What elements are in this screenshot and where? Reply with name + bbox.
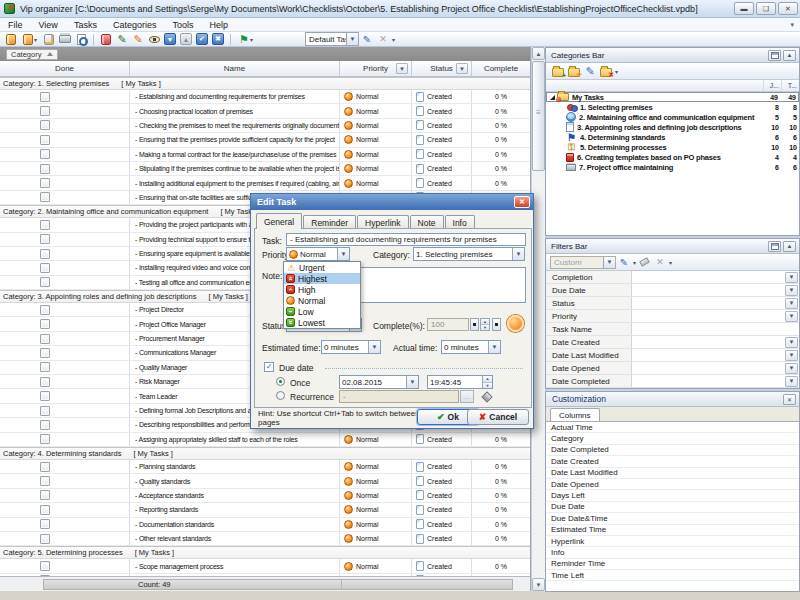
- filters-toolbar-overflow-icon[interactable]: ▾: [669, 259, 672, 266]
- dropdown-icon[interactable]: ▼: [785, 285, 798, 296]
- chevron-down-icon[interactable]: ▼: [603, 257, 615, 268]
- float-panel-icon[interactable]: [768, 241, 781, 252]
- tab-hyperlink[interactable]: Hyperlink: [357, 215, 408, 229]
- priority-option-high[interactable]: High: [284, 284, 360, 295]
- task-checkbox[interactable]: [40, 178, 50, 188]
- column-item[interactable]: Date Completed: [546, 445, 799, 456]
- filter-value[interactable]: ▼: [632, 297, 799, 309]
- tab-info[interactable]: Info: [445, 215, 475, 229]
- column-name[interactable]: Name: [130, 61, 340, 76]
- due-time-spinner[interactable]: 19:45:45 ▲▼: [427, 375, 493, 389]
- close-panel-icon[interactable]: ✕: [783, 394, 796, 405]
- column-item[interactable]: Info: [546, 547, 799, 558]
- delete-filter-icon[interactable]: ✕: [652, 255, 668, 269]
- new-task-icon[interactable]: [3, 32, 19, 46]
- column-item[interactable]: Hyperlink: [546, 536, 799, 547]
- cancel-button[interactable]: ✘Cancel: [467, 409, 529, 425]
- tree-item-my-tasks[interactable]: My Tasks 49 49: [546, 92, 799, 102]
- categories-toolbar-overflow-icon[interactable]: ▾: [615, 68, 618, 75]
- priority-option-lowest[interactable]: Lowest: [284, 317, 360, 328]
- view-notes-icon[interactable]: [146, 32, 162, 46]
- due-date-combo[interactable]: 02.08.2015 ▼: [339, 375, 419, 389]
- new-subtask-icon[interactable]: ▾: [19, 32, 41, 46]
- status-filter-icon[interactable]: ▼: [456, 63, 468, 74]
- delete-category-icon[interactable]: ✕: [598, 64, 614, 78]
- priority-option-urgent[interactable]: Urgent: [284, 262, 360, 273]
- task-checkbox[interactable]: [40, 462, 50, 472]
- column-item[interactable]: Estimated Time: [546, 525, 799, 536]
- edit-category-icon[interactable]: ✎: [582, 64, 598, 78]
- dropdown-icon[interactable]: ▼: [785, 272, 798, 283]
- dropdown-icon[interactable]: ▼: [785, 298, 798, 309]
- print-preview-icon[interactable]: [73, 32, 89, 46]
- task-checkbox[interactable]: [40, 220, 50, 230]
- column-priority[interactable]: Priority▼: [340, 61, 412, 76]
- tree-item-category[interactable]: ⚿5. Determining processes1010: [546, 142, 799, 152]
- task-checkbox[interactable]: [40, 192, 50, 202]
- chevron-down-icon[interactable]: ▼: [368, 341, 380, 353]
- task-checkbox[interactable]: [40, 561, 50, 571]
- once-radio[interactable]: [276, 377, 285, 386]
- apply-template-icon[interactable]: ✎: [359, 32, 375, 46]
- column-item[interactable]: Due Date&Time: [546, 513, 799, 524]
- remove-template-icon[interactable]: ✕: [375, 32, 391, 46]
- task-checkbox[interactable]: [40, 277, 50, 287]
- estimated-time-combo[interactable]: 0 minutes ▼: [321, 340, 381, 354]
- filter-value[interactable]: [632, 323, 799, 335]
- task-checkbox[interactable]: [40, 149, 50, 159]
- task-checkbox[interactable]: [40, 234, 50, 244]
- menu-categories[interactable]: Categories: [105, 20, 165, 30]
- scroll-down-icon[interactable]: ▼: [532, 578, 545, 591]
- task-checkbox[interactable]: [40, 305, 50, 315]
- mark-complete-icon[interactable]: ✔: [194, 32, 210, 46]
- tree-item-category[interactable]: 6. Creating templates based on PO phases…: [546, 152, 799, 162]
- task-checkbox[interactable]: [40, 420, 50, 430]
- delete-task-icon[interactable]: [98, 32, 114, 46]
- scroll-up-icon[interactable]: ▲: [532, 47, 545, 60]
- chevron-down-icon[interactable]: ▼: [406, 376, 418, 388]
- clear-filter-icon[interactable]: [636, 255, 652, 269]
- expander-icon[interactable]: [550, 95, 555, 100]
- track-state-icon[interactable]: ⚑▾: [235, 32, 257, 46]
- task-checkbox[interactable]: [40, 120, 50, 130]
- collapse-panel-icon[interactable]: ▲: [783, 50, 796, 61]
- recurrence-input[interactable]: -: [339, 390, 459, 403]
- task-template-combo[interactable]: Default Tas ▼: [305, 32, 359, 46]
- complete-min-icon[interactable]: [470, 318, 479, 331]
- filter-value[interactable]: ▼: [632, 375, 799, 387]
- tab-reminder[interactable]: Reminder: [303, 215, 356, 229]
- recurrence-radio[interactable]: [276, 391, 285, 400]
- minimize-button[interactable]: ▬: [734, 2, 754, 15]
- task-checkbox[interactable]: [40, 519, 50, 529]
- tab-note[interactable]: Note: [410, 215, 444, 229]
- task-checkbox[interactable]: [40, 348, 50, 358]
- filter-preset-combo[interactable]: Custom ▼: [550, 256, 616, 269]
- column-item[interactable]: Date Opened: [546, 479, 799, 490]
- task-checkbox[interactable]: [40, 476, 50, 486]
- task-checkbox[interactable]: [40, 534, 50, 544]
- highlight-task-icon[interactable]: ✎: [130, 32, 146, 46]
- dropdown-icon[interactable]: ▼: [785, 350, 798, 361]
- chevron-down-icon[interactable]: ▼: [346, 33, 358, 45]
- tree-item-category[interactable]: 2. Maintaining office and communication …: [546, 112, 799, 122]
- column-status[interactable]: Status▼: [412, 61, 472, 76]
- task-checkbox[interactable]: [40, 377, 50, 387]
- category-combo[interactable]: 1. Selecting premises ▼: [413, 247, 525, 261]
- task-checkbox[interactable]: [40, 362, 50, 372]
- tree-item-category[interactable]: 1. Selecting premises88: [546, 102, 799, 112]
- due-date-checkbox[interactable]: ✓: [264, 362, 274, 372]
- tab-columns[interactable]: Columns: [550, 408, 600, 421]
- filter-value[interactable]: ▼: [632, 349, 799, 361]
- dialog-close-icon[interactable]: ✕: [514, 196, 530, 208]
- move-up-icon[interactable]: ▲: [178, 32, 194, 46]
- recurrence-browse-button[interactable]: …: [460, 390, 474, 403]
- menu-tools[interactable]: Tools: [164, 20, 201, 30]
- task-checkbox[interactable]: [40, 164, 50, 174]
- filter-value[interactable]: ▼: [632, 271, 799, 283]
- task-checkbox[interactable]: [40, 391, 50, 401]
- menu-file[interactable]: File: [0, 20, 31, 30]
- dropdown-icon[interactable]: ▼: [785, 376, 798, 387]
- filter-value[interactable]: ▼: [632, 310, 799, 322]
- scrollbar-thumb[interactable]: [532, 61, 545, 171]
- task-name-input[interactable]: - Establishing and documenting requireme…: [286, 233, 526, 246]
